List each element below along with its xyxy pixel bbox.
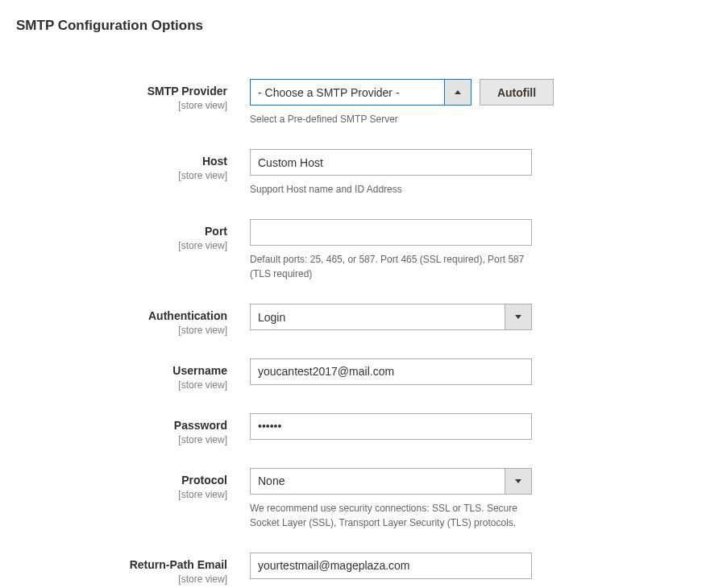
row-protocol: Protocol [store view] None We recommend …	[16, 468, 686, 530]
smtp-provider-value: - Choose a SMTP Provider -	[251, 80, 444, 105]
label-col: Port [store view]	[16, 219, 250, 251]
smtp-provider-select[interactable]: - Choose a SMTP Provider -	[250, 79, 471, 106]
label-col: Username [store view]	[16, 358, 250, 391]
row-smtp-provider: SMTP Provider [store view] - Choose a SM…	[16, 79, 686, 126]
scope-label: [store view]	[16, 434, 227, 445]
port-label: Port	[16, 224, 227, 239]
scope-label: [store view]	[16, 240, 227, 251]
label-col: Authentication [store view]	[16, 304, 250, 336]
protocol-select[interactable]: None	[250, 468, 532, 495]
row-username: Username [store view]	[16, 358, 686, 391]
scope-label: [store view]	[16, 379, 227, 391]
password-label: Password	[16, 418, 227, 433]
row-port: Port [store view] Default ports: 25, 465…	[16, 219, 686, 281]
row-password: Password [store view]	[16, 413, 686, 445]
scope-label: [store view]	[16, 574, 227, 585]
host-input[interactable]	[250, 149, 532, 176]
authentication-select[interactable]: Login	[250, 304, 532, 330]
label-col: Return-Path Email [store view]	[16, 553, 250, 585]
host-note: Support Host name and ID Address	[250, 182, 532, 197]
return-path-input[interactable]	[250, 553, 532, 579]
return-path-label: Return-Path Email	[16, 557, 227, 573]
chevron-down-icon	[515, 315, 521, 319]
section-title: SMTP Configuration Options	[16, 18, 686, 34]
smtp-provider-note: Select a Pre-defined SMTP Server	[250, 112, 471, 126]
chevron-up-icon	[455, 90, 461, 94]
protocol-value: None	[251, 469, 505, 494]
label-col: Host [store view]	[16, 149, 250, 181]
label-col: Password [store view]	[16, 413, 250, 445]
smtp-provider-label: SMTP Provider	[16, 84, 227, 99]
row-host: Host [store view] Support Host name and …	[16, 149, 686, 197]
username-label: Username	[16, 363, 227, 379]
password-input[interactable]	[250, 413, 532, 440]
label-col: SMTP Provider [store view]	[16, 79, 250, 111]
chevron-down-icon	[515, 479, 521, 483]
row-return-path: Return-Path Email [store view] Leave emp…	[16, 553, 686, 588]
authentication-label: Authentication	[16, 308, 227, 324]
autofill-button[interactable]: Autofill	[480, 79, 554, 106]
port-note: Default ports: 25, 465, or 587. Port 465…	[250, 252, 532, 281]
port-input[interactable]	[250, 219, 532, 246]
label-col: Protocol [store view]	[16, 468, 250, 500]
dropdown-toggle[interactable]	[505, 469, 531, 494]
host-label: Host	[16, 154, 227, 169]
protocol-label: Protocol	[16, 473, 227, 488]
scope-label: [store view]	[16, 489, 227, 500]
scope-label: [store view]	[16, 170, 227, 181]
scope-label: [store view]	[16, 100, 227, 111]
dropdown-toggle[interactable]	[505, 304, 531, 329]
row-authentication: Authentication [store view] Login	[16, 304, 686, 336]
username-input[interactable]	[250, 358, 532, 385]
scope-label: [store view]	[16, 325, 227, 336]
protocol-note: We recommend use security connections: S…	[250, 501, 532, 530]
dropdown-toggle[interactable]	[444, 80, 471, 105]
authentication-value: Login	[251, 304, 505, 329]
